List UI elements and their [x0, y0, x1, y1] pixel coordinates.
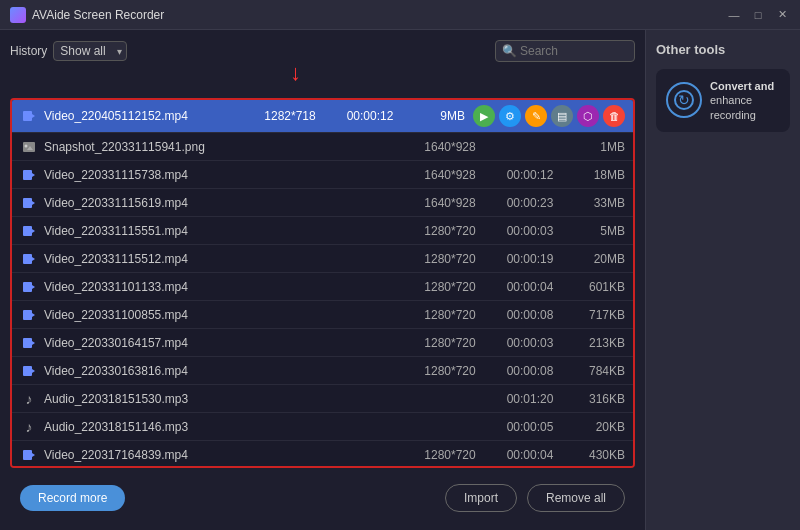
file-row[interactable]: Video_220331115551.mp41280*72000:00:035M…: [12, 217, 633, 245]
file-name: Audio_220318151530.mp3: [44, 392, 405, 406]
convert-button[interactable]: ⚙: [499, 105, 521, 127]
close-button[interactable]: ✕: [774, 7, 790, 23]
file-row[interactable]: Video_220330163816.mp41280*72000:00:0878…: [12, 357, 633, 385]
tool-label: Convert and enhance recording: [710, 79, 780, 122]
tool-icon-inner: ↻: [674, 90, 694, 110]
file-size: 20MB: [565, 252, 625, 266]
svg-point-3: [25, 144, 28, 147]
file-duration: 00:00:04: [495, 280, 565, 294]
file-resolution: 1282*718: [245, 109, 335, 123]
file-row[interactable]: Video_220331100855.mp41280*72000:00:0871…: [12, 301, 633, 329]
arrow-indicator: ↓: [10, 70, 635, 90]
file-type-icon: [20, 364, 38, 378]
file-name: Snapshot_220331115941.png: [44, 140, 405, 154]
folder-button[interactable]: ▤: [551, 105, 573, 127]
file-duration: 00:00:19: [495, 252, 565, 266]
right-panel: Other tools ↻ Convert and enhance record…: [645, 30, 800, 530]
file-resolution: 1640*928: [405, 196, 495, 210]
file-name: Video_220331115619.mp4: [44, 196, 405, 210]
file-size: 9MB: [405, 109, 465, 123]
svg-marker-6: [32, 173, 35, 177]
svg-rect-5: [23, 170, 32, 180]
file-resolution: 1280*720: [405, 308, 495, 322]
file-row[interactable]: Video_220331115512.mp41280*72000:00:1920…: [12, 245, 633, 273]
title-bar-left: AVAide Screen Recorder: [10, 7, 164, 23]
file-size: 430KB: [565, 448, 625, 462]
svg-marker-10: [32, 229, 35, 233]
svg-rect-19: [23, 366, 32, 376]
remove-all-button[interactable]: Remove all: [527, 484, 625, 512]
file-row[interactable]: ♪Audio_220318151146.mp300:00:0520KB: [12, 413, 633, 441]
history-select-wrapper: Show all Video Audio Image: [53, 41, 127, 61]
file-name: Video_220317164839.mp4: [44, 448, 405, 462]
minimize-button[interactable]: —: [726, 7, 742, 23]
svg-rect-11: [23, 254, 32, 264]
file-row[interactable]: Video_220330164157.mp41280*72000:00:0321…: [12, 329, 633, 357]
import-button[interactable]: Import: [445, 484, 517, 512]
svg-rect-13: [23, 282, 32, 292]
file-type-icon: [20, 280, 38, 294]
file-name: Audio_220318151146.mp3: [44, 420, 405, 434]
play-button[interactable]: ▶: [473, 105, 495, 127]
record-more-button[interactable]: Record more: [20, 485, 125, 511]
file-duration: 00:00:05: [495, 420, 565, 434]
file-size: 316KB: [565, 392, 625, 406]
file-name: Video_220331101133.mp4: [44, 280, 405, 294]
file-type-icon: [20, 308, 38, 322]
file-size: 5MB: [565, 224, 625, 238]
file-row[interactable]: Snapshot_220331115941.png1640*9281MB: [12, 133, 633, 161]
file-type-icon: ♪: [20, 391, 38, 407]
file-row[interactable]: Video_220331101133.mp41280*72000:00:0460…: [12, 273, 633, 301]
title-bar-controls: — □ ✕: [726, 7, 790, 23]
svg-marker-22: [32, 453, 35, 457]
svg-rect-17: [23, 338, 32, 348]
file-row[interactable]: Video_220405112152.mp41282*71800:00:129M…: [12, 100, 633, 133]
app-title: AVAide Screen Recorder: [32, 8, 164, 22]
svg-marker-12: [32, 257, 35, 261]
file-size: 784KB: [565, 364, 625, 378]
svg-marker-8: [32, 201, 35, 205]
file-row[interactable]: Video_220331115619.mp41640*92800:00:2333…: [12, 189, 633, 217]
file-resolution: 1280*720: [405, 336, 495, 350]
file-duration: 00:00:08: [495, 364, 565, 378]
file-duration: 00:00:04: [495, 448, 565, 462]
file-duration: 00:00:12: [495, 168, 565, 182]
row-actions: ▶⚙✎▤⬡🗑: [473, 105, 625, 127]
tool-label-line1: Convert and: [710, 79, 780, 93]
share-button[interactable]: ⬡: [577, 105, 599, 127]
history-group: History Show all Video Audio Image: [10, 41, 127, 61]
file-size: 213KB: [565, 336, 625, 350]
file-row[interactable]: ♪Audio_220318151530.mp300:01:20316KB: [12, 385, 633, 413]
maximize-button[interactable]: □: [750, 7, 766, 23]
file-duration: 00:00:03: [495, 336, 565, 350]
tool-label-line2: enhance recording: [710, 94, 756, 120]
file-resolution: 1280*720: [405, 448, 495, 462]
convert-enhance-tool[interactable]: ↻ Convert and enhance recording: [656, 69, 790, 132]
edit-button[interactable]: ✎: [525, 105, 547, 127]
history-dropdown[interactable]: Show all Video Audio Image: [53, 41, 127, 61]
history-label: History: [10, 44, 47, 58]
tool-icon: ↻: [666, 82, 702, 118]
file-name: Video_220331115551.mp4: [44, 224, 405, 238]
file-size: 33MB: [565, 196, 625, 210]
file-list-container[interactable]: Video_220405112152.mp41282*71800:00:129M…: [10, 98, 635, 468]
file-type-icon: [20, 336, 38, 350]
file-type-icon: [20, 252, 38, 266]
svg-marker-1: [32, 114, 35, 118]
delete-button[interactable]: 🗑: [603, 105, 625, 127]
title-bar: AVAide Screen Recorder — □ ✕: [0, 0, 800, 30]
svg-rect-21: [23, 450, 32, 460]
file-duration: 00:00:03: [495, 224, 565, 238]
file-row[interactable]: Video_220317164839.mp41280*72000:00:0443…: [12, 441, 633, 468]
file-type-icon: [20, 448, 38, 462]
file-resolution: 1640*928: [405, 168, 495, 182]
file-size: 717KB: [565, 308, 625, 322]
file-size: 20KB: [565, 420, 625, 434]
file-resolution: 1280*720: [405, 224, 495, 238]
file-row[interactable]: Video_220331115738.mp41640*92800:00:1218…: [12, 161, 633, 189]
file-duration: 00:00:23: [495, 196, 565, 210]
search-icon-wrap: 🔍: [495, 40, 635, 62]
file-size: 18MB: [565, 168, 625, 182]
search-input[interactable]: [495, 40, 635, 62]
file-type-icon: [20, 168, 38, 182]
